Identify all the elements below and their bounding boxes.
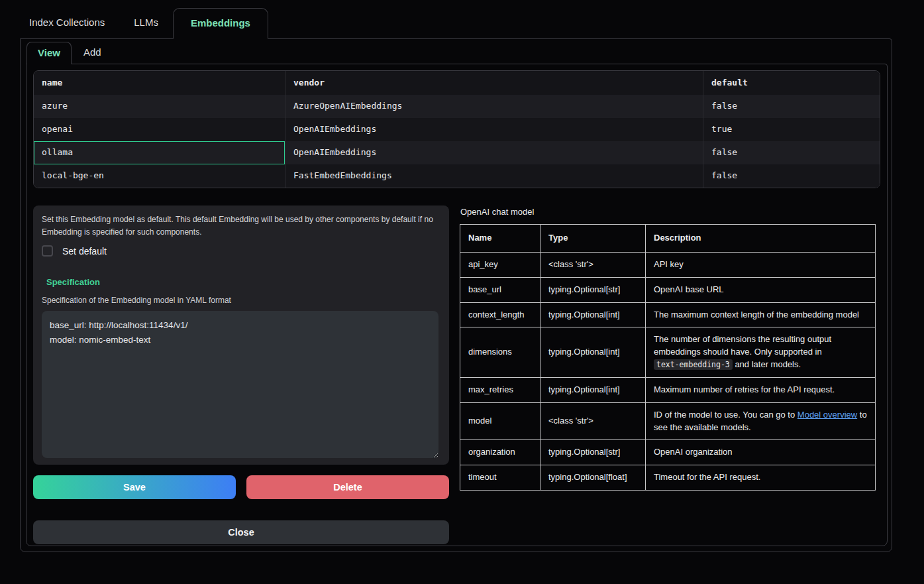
column-header-default: default [703,71,880,95]
params-col-type: Type [540,225,646,253]
default-description: Set this Embedding model as default. Thi… [42,213,438,238]
param-desc: The number of dimensions the resulting o… [646,327,876,378]
param-type: typing.Optional[str] [540,277,646,302]
delete-button[interactable]: Delete [246,475,449,499]
model-panel-title: OpenAI chat model [460,207,876,217]
tab-embeddings[interactable]: Embeddings [173,8,268,39]
sub-tab-bar: View Add [21,39,892,64]
desc-text: ID of the model to use. You can go to [654,410,797,420]
subtab-view[interactable]: View [26,42,72,64]
param-desc: Maximum number of retries for the API re… [646,377,876,402]
cell-vendor: OpenAIEmbeddings [285,118,703,141]
param-desc: ID of the model to use. You can go to Mo… [646,402,876,440]
cell-default: false [703,164,880,188]
cell-default: true [703,118,880,141]
tab-index-collections[interactable]: Index Collections [15,7,119,38]
cell-name: azure [34,95,285,118]
main-tab-bar: Index Collections LLMs Embeddings [0,0,924,38]
param-desc: Timeout for the API request. [646,465,876,491]
cell-vendor: FastEmbedEmbeddings [285,164,703,188]
cell-name: openai [34,118,285,141]
param-name: organization [460,440,540,465]
edit-embedding-section: Set this Embedding model as default. Thi… [33,205,449,544]
cell-name: local-bge-en [34,164,285,188]
view-panel: name vendor default azure AzureOpenAIEmb… [26,64,888,546]
embeddings-table: name vendor default azure AzureOpenAIEmb… [33,70,880,188]
param-desc: OpenAI organization [646,440,876,465]
param-name: api_key [460,252,540,277]
desc-text: and later models. [733,359,801,369]
close-button[interactable]: Close [33,520,449,544]
param-row-max-retries: max_retries typing.Optional[int] Maximum… [460,377,876,402]
params-table: Name Type Description api_key <class 'st… [460,224,876,491]
param-name: max_retries [460,377,540,402]
param-name: dimensions [460,327,540,378]
table-row-azure[interactable]: azure AzureOpenAIEmbeddings false [34,95,880,118]
param-row-context-length: context_length typing.Optional[int] The … [460,302,876,327]
param-desc: API key [646,252,876,277]
param-type: typing.Optional[int] [540,327,646,378]
params-header-row: Name Type Description [460,225,876,253]
inline-code: text-embedding-3 [654,359,733,370]
param-name: timeout [460,465,540,491]
column-header-name: name [34,71,285,95]
save-button[interactable]: Save [33,475,236,499]
model-overview-link[interactable]: Model overview [797,410,857,420]
model-doc-section: OpenAI chat model Name Type Description … [460,205,876,544]
desc-text: The number of dimensions the resulting o… [654,334,831,357]
column-header-vendor: vendor [285,71,703,95]
param-name: context_length [460,302,540,327]
param-type: <class 'str'> [540,402,646,440]
table-row-ollama[interactable]: ollama OpenAIEmbeddings false [34,141,880,164]
embeddings-panel: View Add name vendor default azure Azure… [20,38,892,552]
set-default-checkbox[interactable] [42,245,53,257]
cell-name-selected[interactable]: ollama [34,141,285,164]
subtab-add[interactable]: Add [72,40,113,64]
param-name: base_url [460,277,540,302]
embeddings-table-header: name vendor default [34,71,880,95]
tab-llms[interactable]: LLMs [119,7,173,38]
param-type: typing.Optional[int] [540,377,646,402]
param-type: typing.Optional[float] [540,465,646,491]
cell-vendor: AzureOpenAIEmbeddings [285,95,703,118]
specification-title: Specification [46,277,438,287]
params-col-name: Name [460,225,540,253]
param-name: model [460,402,540,440]
set-default-row[interactable]: Set default [42,245,438,257]
yaml-spec-textarea[interactable]: base_url: http://localhost:11434/v1/ mod… [42,311,438,458]
param-row-base-url: base_url typing.Optional[str] OpenAI bas… [460,277,876,302]
table-row-openai[interactable]: openai OpenAIEmbeddings true [34,118,880,141]
cell-default: false [703,141,880,164]
param-row-dimensions: dimensions typing.Optional[int] The numb… [460,327,876,378]
param-type: typing.Optional[int] [540,302,646,327]
param-row-api-key: api_key <class 'str'> API key [460,252,876,277]
embedding-form-card: Set this Embedding model as default. Thi… [33,205,449,465]
param-type: <class 'str'> [540,252,646,277]
param-row-organization: organization typing.Optional[str] OpenAI… [460,440,876,465]
specification-subtitle: Specification of the Embedding model in … [42,296,438,305]
set-default-label: Set default [62,246,107,257]
param-desc: The maximum context length of the embedd… [646,302,876,327]
params-col-description: Description [646,225,876,253]
param-row-timeout: timeout typing.Optional[float] Timeout f… [460,465,876,491]
cell-default: false [703,95,880,118]
param-desc: OpenAI base URL [646,277,876,302]
table-row-local-bge-en[interactable]: local-bge-en FastEmbedEmbeddings false [34,164,880,188]
cell-vendor: OpenAIEmbeddings [285,141,703,164]
param-row-model: model <class 'str'> ID of the model to u… [460,402,876,440]
param-type: typing.Optional[str] [540,440,646,465]
